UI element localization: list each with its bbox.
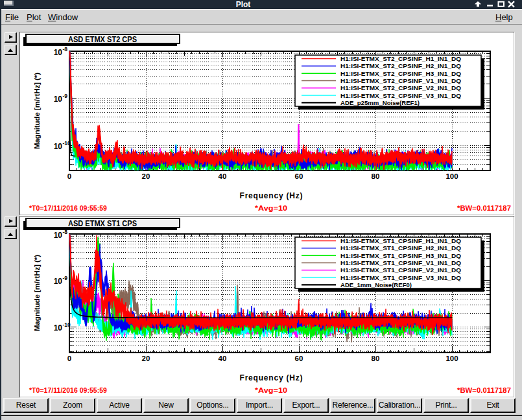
svg-text:20: 20 — [142, 355, 150, 362]
svg-text:H1:ISI-ETMX_ST1_CPSINF_V2_IN1_: H1:ISI-ETMX_ST1_CPSINF_V2_IN1_DQ — [340, 266, 461, 274]
svg-text:40: 40 — [219, 355, 227, 362]
svg-text:Frequency (Hz): Frequency (Hz) — [240, 191, 303, 200]
svg-text:H1:ISI-ETMX_ST1_CPSINF_V3_IN1_: H1:ISI-ETMX_ST1_CPSINF_V3_IN1_DQ — [340, 274, 461, 281]
svg-text:80: 80 — [372, 355, 380, 362]
svg-text:60: 60 — [295, 355, 303, 362]
svg-text:H1:ISI-ETMX_ST2_CPSINF_V2_IN1_: H1:ISI-ETMX_ST2_CPSINF_V2_IN1_DQ — [340, 84, 461, 91]
svg-text:H1:ISI-ETMX_ST1_CPSINF_H3_IN1_: H1:ISI-ETMX_ST1_CPSINF_H3_IN1_DQ — [340, 252, 461, 259]
svg-text:10: 10 — [54, 142, 63, 151]
svg-text:-8: -8 — [63, 46, 68, 52]
svg-text:-10: -10 — [63, 140, 71, 146]
svg-text:10: 10 — [54, 48, 63, 57]
svg-text:Frequency (Hz): Frequency (Hz) — [240, 373, 303, 382]
svg-text:ADE_1mm_Noise(REF0): ADE_1mm_Noise(REF0) — [340, 281, 412, 288]
svg-text:H1:ISI-ETMX_ST1_CPSINF_V1_IN1_: H1:ISI-ETMX_ST1_CPSINF_V1_IN1_DQ — [340, 259, 461, 266]
svg-text:0: 0 — [67, 172, 71, 180]
svg-text:ASD ETMX ST2 CPS: ASD ETMX ST2 CPS — [68, 35, 137, 44]
svg-text:*Avg=10: *Avg=10 — [255, 204, 287, 212]
svg-text:-9: -9 — [63, 275, 68, 281]
svg-text:H1:ISI-ETMX_ST2_CPSINF_H3_IN1_: H1:ISI-ETMX_ST2_CPSINF_H3_IN1_DQ — [340, 70, 461, 77]
svg-text:-9: -9 — [63, 93, 68, 99]
svg-text:Magnitude [m/rtHz] (*): Magnitude [m/rtHz] (*) — [33, 255, 41, 331]
svg-text:100: 100 — [445, 172, 458, 180]
svg-text:0: 0 — [67, 355, 71, 362]
svg-text:H1:ISI-ETMX_ST2_CPSINF_V1_IN1_: H1:ISI-ETMX_ST2_CPSINF_V1_IN1_DQ — [340, 77, 461, 84]
svg-text:*Avg=10: *Avg=10 — [255, 386, 287, 394]
svg-text:100: 100 — [445, 355, 458, 362]
svg-text:ASD ETMX ST1 CPS: ASD ETMX ST1 CPS — [68, 219, 137, 228]
svg-text:ADE_p25mm_Noise(REF1): ADE_p25mm_Noise(REF1) — [340, 99, 420, 106]
svg-text:-10: -10 — [63, 321, 71, 328]
svg-text:10: 10 — [54, 231, 63, 240]
svg-text:*T0=17/11/2016 09:55:59: *T0=17/11/2016 09:55:59 — [29, 386, 107, 394]
svg-text:H1:ISI-ETMX_ST2_CPSINF_H2_IN1_: H1:ISI-ETMX_ST2_CPSINF_H2_IN1_DQ — [340, 62, 461, 69]
svg-text:*BW=0.0117187: *BW=0.0117187 — [457, 204, 511, 212]
svg-text:H1:ISI-ETMX_ST1_CPSINF_H2_IN1_: H1:ISI-ETMX_ST1_CPSINF_H2_IN1_DQ — [340, 244, 461, 251]
svg-text:H1:ISI-ETMX_ST1_CPSINF_H1_IN1_: H1:ISI-ETMX_ST1_CPSINF_H1_IN1_DQ — [340, 237, 461, 244]
svg-text:60: 60 — [295, 172, 303, 180]
svg-text:20: 20 — [142, 172, 150, 180]
svg-text:Magnitude [m/rtHz] (*): Magnitude [m/rtHz] (*) — [33, 73, 41, 149]
svg-text:40: 40 — [219, 172, 227, 180]
svg-text:*T0=17/11/2016 09:55:59: *T0=17/11/2016 09:55:59 — [29, 204, 107, 212]
svg-text:80: 80 — [372, 172, 380, 180]
svg-text:H1:ISI-ETMX_ST2_CPSINF_V3_IN1_: H1:ISI-ETMX_ST2_CPSINF_V3_IN1_DQ — [340, 92, 461, 99]
svg-text:10: 10 — [54, 277, 63, 286]
svg-text:10: 10 — [54, 95, 63, 104]
svg-text:10: 10 — [54, 323, 63, 332]
svg-text:*BW=0.0117187: *BW=0.0117187 — [457, 386, 511, 394]
svg-text:H1:ISI-ETMX_ST2_CPSINF_H1_IN1_: H1:ISI-ETMX_ST2_CPSINF_H1_IN1_DQ — [340, 55, 461, 62]
